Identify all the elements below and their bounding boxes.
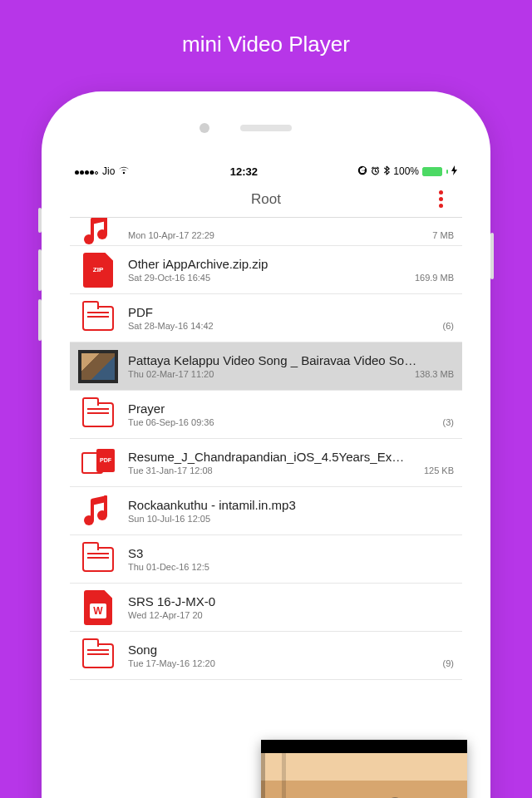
folder-icon xyxy=(82,547,114,572)
more-menu-button[interactable] xyxy=(431,181,451,217)
volume-up-button xyxy=(38,249,42,291)
file-thumb: ZIP xyxy=(78,253,118,288)
file-row[interactable]: Mon 10-Apr-17 22:297 MB xyxy=(70,218,462,246)
video-frame xyxy=(261,753,467,798)
file-name: Prayer xyxy=(128,401,454,416)
phone-frame: Jio 12:32 100% xyxy=(42,91,490,798)
file-date: Tue 17-May-16 12:20 xyxy=(128,658,215,668)
file-row[interactable]: SongTue 17-May-16 12:20(9) xyxy=(70,632,462,680)
file-size: (9) xyxy=(443,658,454,668)
power-button xyxy=(490,233,494,279)
mute-switch xyxy=(38,208,42,233)
pdf-icon: PDF xyxy=(81,449,115,477)
battery-icon xyxy=(422,167,442,176)
file-thumb xyxy=(78,638,118,673)
file-date: Sun 10-Jul-16 12:05 xyxy=(128,514,210,524)
file-meta: Other iAppArchive.zip.zipSat 29-Oct-16 1… xyxy=(128,257,454,283)
battery-percent: 100% xyxy=(393,165,419,177)
file-name: SRS 16-J-MX-0 xyxy=(128,594,454,608)
file-row[interactable]: Rockaankuthu - intamil.in.mp3Sun 10-Jul-… xyxy=(70,487,462,535)
file-row[interactable]: WSRS 16-J-MX-0Wed 12-Apr-17 20 xyxy=(70,584,462,632)
video-thumbnail-icon xyxy=(78,350,118,383)
signal-strength-icon xyxy=(75,165,99,177)
file-row[interactable]: S3Thu 01-Dec-16 12:5 xyxy=(70,535,462,584)
word-doc-icon: W xyxy=(84,590,112,625)
file-size: 138.3 MB xyxy=(415,369,454,379)
wifi-icon xyxy=(118,166,130,176)
music-icon xyxy=(82,218,114,246)
file-name: Song xyxy=(128,643,454,657)
file-thumb xyxy=(78,494,118,529)
svg-point-1 xyxy=(362,170,363,170)
folder-icon xyxy=(82,643,114,668)
file-meta: S3Thu 01-Dec-16 12:5 xyxy=(128,546,454,572)
file-thumb xyxy=(78,220,118,240)
promo-title: mini Video Player xyxy=(0,0,532,77)
file-meta: SRS 16-J-MX-0Wed 12-Apr-17 20 xyxy=(128,594,454,620)
file-row[interactable]: ZIPOther iAppArchive.zip.zipSat 29-Oct-1… xyxy=(70,246,462,294)
file-date: Sat 28-May-16 14:42 xyxy=(128,321,214,331)
music-icon xyxy=(82,495,114,527)
file-name: PDF xyxy=(128,305,454,319)
nav-title: Root xyxy=(251,191,281,208)
carrier-label: Jio xyxy=(102,165,115,177)
file-date: Tue 31-Jan-17 12:08 xyxy=(128,466,213,475)
file-row[interactable]: PDFSat 28-May-16 14:42(6) xyxy=(70,294,462,342)
screen: Jio 12:32 100% xyxy=(70,161,462,798)
file-thumb: W xyxy=(78,590,118,625)
file-row[interactable]: Pattaya Kelappu Video Song _ Bairavaa Vi… xyxy=(70,342,462,391)
rotation-lock-icon xyxy=(357,165,367,177)
status-bar: Jio 12:32 100% xyxy=(70,161,462,181)
volume-down-button xyxy=(38,299,42,341)
file-name: Rockaankuthu - intamil.in.mp3 xyxy=(128,498,454,512)
file-date: Wed 12-Apr-17 20 xyxy=(128,610,203,620)
file-name: Other iAppArchive.zip.zip xyxy=(128,257,454,271)
file-thumb xyxy=(78,301,118,336)
file-row[interactable]: PDFResume_J_Chandrapandian_iOS_4.5Years_… xyxy=(70,439,462,487)
file-meta: Pattaya Kelappu Video Song _ Bairavaa Vi… xyxy=(128,353,454,379)
file-thumb xyxy=(78,397,118,432)
folder-icon xyxy=(82,306,114,331)
file-date: Thu 01-Dec-16 12:5 xyxy=(128,562,209,572)
file-size: 169.9 MB xyxy=(415,273,454,283)
file-meta: PDFSat 28-May-16 14:42(6) xyxy=(128,305,454,331)
charging-icon xyxy=(451,165,457,177)
file-meta: Rockaankuthu - intamil.in.mp3Sun 10-Jul-… xyxy=(128,498,454,524)
file-meta: Resume_J_Chandrapandian_iOS_4.5Years_Ex…… xyxy=(128,450,454,475)
file-name: Resume_J_Chandrapandian_iOS_4.5Years_Ex… xyxy=(128,450,454,464)
file-thumb xyxy=(78,542,118,577)
mini-video-player[interactable] xyxy=(261,740,467,798)
file-date: Sat 29-Oct-16 16:45 xyxy=(128,273,210,283)
file-size: (6) xyxy=(443,321,454,331)
file-date: Mon 10-Apr-17 22:29 xyxy=(128,230,214,240)
file-size: 7 MB xyxy=(432,230,454,240)
file-date: Thu 02-Mar-17 11:20 xyxy=(128,369,214,379)
file-meta: PrayerTue 06-Sep-16 09:36(3) xyxy=(128,401,454,427)
file-list[interactable]: Mon 10-Apr-17 22:297 MBZIPOther iAppArch… xyxy=(70,218,462,798)
file-size: 125 KB xyxy=(424,466,454,475)
phone-speaker xyxy=(240,125,292,131)
status-time: 12:32 xyxy=(230,165,258,178)
alarm-icon xyxy=(371,166,380,177)
file-name: Pattaya Kelappu Video Song _ Bairavaa Vi… xyxy=(128,353,454,367)
file-row[interactable]: PrayerTue 06-Sep-16 09:36(3) xyxy=(70,391,462,439)
nav-bar: Root xyxy=(70,181,462,218)
bluetooth-icon xyxy=(383,165,390,177)
folder-icon xyxy=(82,402,114,427)
file-name: S3 xyxy=(128,546,454,560)
file-meta: Mon 10-Apr-17 22:297 MB xyxy=(128,229,454,240)
front-camera xyxy=(200,123,209,133)
file-thumb: PDF xyxy=(78,446,118,480)
file-date: Tue 06-Sep-16 09:36 xyxy=(128,417,214,427)
file-thumb xyxy=(78,349,118,384)
zip-icon: ZIP xyxy=(83,253,113,288)
file-size: (3) xyxy=(443,417,454,427)
file-meta: SongTue 17-May-16 12:20(9) xyxy=(128,643,454,668)
